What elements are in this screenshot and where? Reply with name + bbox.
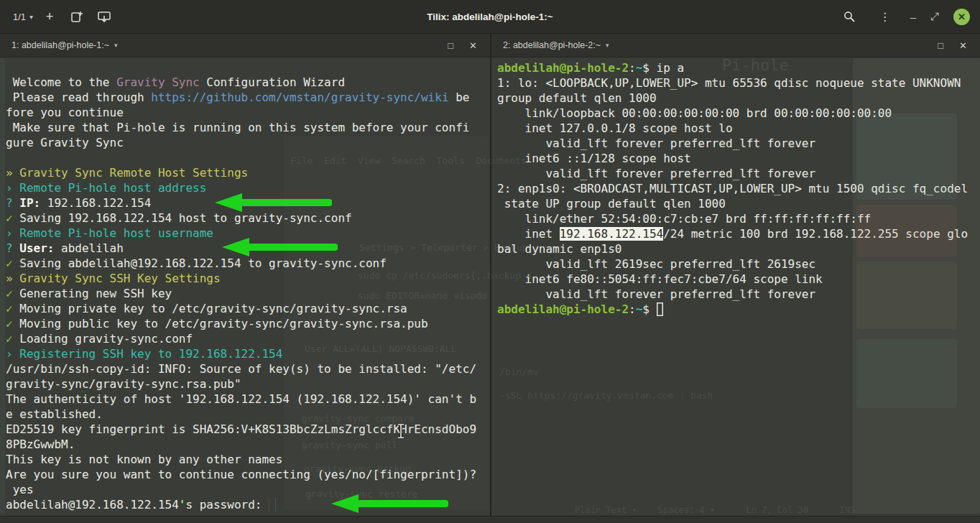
- terminal-text-segment: › Remote Pi-hole host username: [6, 226, 213, 240]
- terminal-line: The authenticity of host '192.168.122.15…: [6, 392, 490, 407]
- terminal-line: group default qlen 1000: [497, 91, 980, 106]
- terminal-line: abdelilah@pi-hole-2:~$: [497, 302, 980, 317]
- terminal-text-segment: fore you continue: [6, 106, 124, 119]
- pane-divider[interactable]: [490, 34, 491, 523]
- terminal-pane-2[interactable]: abdelilah@pi-hole-2:~$ ip a1: lo: <LOOPB…: [491, 58, 980, 523]
- pane1-title-dropdown[interactable]: 1: abdelilah@pi-hole-1:~ ▾: [0, 40, 118, 50]
- terminal-text-segment: Loading gravity-sync.conf: [19, 332, 193, 346]
- terminal-line: abdelilah@192.168.122.154's password: █: [6, 497, 490, 512]
- pane2-title-dropdown[interactable]: 2: abdelilah@pi-hole-2:~ ▾: [491, 40, 609, 50]
- pane2-close-button[interactable]: ✕: [959, 40, 967, 51]
- terminal-text-segment: ~: [636, 302, 643, 316]
- terminal-pane-1[interactable]: Welcome to the Gravity Sync Configuratio…: [0, 58, 490, 523]
- terminal-text-segment: group default qlen 1000: [497, 91, 657, 105]
- terminal-text-segment: Make sure that Pi-hole is running on thi…: [6, 121, 469, 134]
- minimize-button[interactable]: –: [910, 11, 916, 23]
- terminal-text-segment: Gravity Sync: [116, 75, 200, 89]
- terminal-line: bal dynamic enp1s0: [497, 241, 980, 256]
- terminal-text-segment: ED25519 key fingerprint is SHA256:V+K8S1…: [6, 422, 476, 436]
- terminal-text-segment: Generating new SSH key: [19, 287, 172, 300]
- restore-button[interactable]: ⤢: [930, 10, 939, 23]
- terminal-text-segment: Moving private key to /etc/gravity-sync/…: [19, 302, 407, 315]
- terminal-line: link/loopback 00:00:00:00:00:00 brd 00:0…: [497, 106, 980, 121]
- terminal-text-segment: Saving abdelilah@192.168.122.154 to grav…: [19, 256, 387, 270]
- terminal-text-segment: yes: [6, 483, 34, 496]
- terminal-line: » Gravity Sync Remote Host Settings: [6, 165, 490, 180]
- terminal-line: e established.: [6, 407, 490, 422]
- pane2-maximize-button[interactable]: □: [938, 40, 943, 51]
- terminal-line: › Remote Pi-hole host username: [6, 226, 490, 241]
- terminal-text-segment: bal dynamic enp1s0: [497, 242, 621, 256]
- terminal-text-segment: The authenticity of host '192.168.122.15…: [6, 392, 476, 406]
- terminal-line: inet 192.168.122.154/24 metric 100 brd 1…: [497, 226, 980, 241]
- terminal-text-segment: link/loopback 00:00:00:00:00:00 brd 00:0…: [497, 106, 892, 120]
- terminal-text-segment: :: [629, 302, 636, 316]
- pane1-close-button[interactable]: ✕: [469, 40, 477, 51]
- terminal-line: inet 127.0.0.1/8 scope host lo: [497, 121, 980, 136]
- split-terminal-right-button[interactable]: [66, 6, 88, 27]
- terminal-text-segment: https://github.com/vmstan/gravity-sync/w…: [151, 91, 448, 104]
- terminal-line: valid_lft forever preferred_lft forever: [497, 136, 980, 151]
- terminal-line: gure Gravity Sync: [6, 135, 490, 150]
- titlebar-left-controls: 1/1 ▾ +: [0, 6, 244, 27]
- terminal-text-segment: ?: [6, 196, 19, 210]
- window-title: Tilix: abdelilah@pi-hole-1:~: [244, 11, 736, 22]
- terminal-text-segment: ✓: [6, 317, 19, 330]
- terminal-cursor-hollow: [657, 302, 664, 316]
- terminal-text-segment: $ ip a: [642, 61, 684, 75]
- terminal-line: inet6 ::1/128 scope host: [497, 151, 980, 166]
- terminal-text-segment: Welcome to the: [6, 75, 116, 89]
- terminal-line: 2: enp1s0: <BROADCAST,MULTICAST,UP,LOWER…: [497, 181, 980, 196]
- selected-text: 192.168.122.154: [560, 227, 664, 241]
- mouse-ibeam-cursor: [397, 424, 405, 438]
- terminal-text-segment: » Gravity Sync Remote Host Settings: [6, 166, 248, 180]
- terminal-text-segment: inet 127.0.0.1/8 scope host lo: [497, 121, 733, 135]
- terminal-line: abdelilah@pi-hole-2:~$ ip a: [497, 60, 980, 75]
- terminal-text-segment: ~: [636, 61, 643, 75]
- terminal-line: ✓ Generating new SSH key: [6, 286, 490, 301]
- terminal-text-segment: This key is not known by any other names: [6, 453, 282, 466]
- terminal-text-segment: gure Gravity Sync: [6, 136, 124, 149]
- terminal-line: [6, 150, 490, 165]
- terminal-text-segment: ✓: [6, 287, 19, 300]
- terminal-text-segment: ✓: [6, 332, 19, 346]
- window-titlebar: 1/1 ▾ + Tilix: abdelilah@pi-hole-1:~: [0, 0, 980, 34]
- terminal-cursor-block: █: [269, 498, 276, 512]
- terminal-line: valid_lft forever preferred_lft forever: [497, 166, 980, 181]
- terminal-line: ✓ Moving private key to /etc/gravity-syn…: [6, 301, 490, 316]
- terminal-line: ✓ Loading gravity-sync.conf: [6, 331, 490, 346]
- terminal-line: ? User: abdelilah: [6, 241, 490, 256]
- session-selector[interactable]: 1/1 ▾: [13, 11, 33, 22]
- terminal-line: Welcome to the Gravity Sync Configuratio…: [6, 75, 490, 90]
- terminal-text-segment: be: [449, 91, 470, 104]
- terminal-line: ? IP: 192.168.122.154: [6, 195, 490, 210]
- terminal-text-segment: link/ether 52:54:00:c7:cb:e7 brd ff:ff:f…: [497, 212, 871, 226]
- terminal-text-segment: valid_lft forever preferred_lft forever: [497, 136, 815, 150]
- terminal-text-segment: ✓: [6, 211, 19, 225]
- session-indicator: 1/1: [13, 11, 26, 22]
- menu-kebab-icon[interactable]: ⋮: [874, 6, 896, 27]
- pane2-title: 2: abdelilah@pi-hole-2:~: [503, 40, 601, 50]
- terminal-line: inet6 fe80::5054:ff:fec7:cbe7/64 scope l…: [497, 272, 980, 287]
- terminal-text-segment: abdelilah: [54, 241, 123, 255]
- close-window-button[interactable]: ✕: [953, 9, 970, 25]
- terminal-text-segment: Configuration Wizard: [200, 75, 345, 89]
- terminal-text-segment: ?: [6, 241, 19, 255]
- pane1-title: 1: abdelilah@pi-hole-1:~: [11, 40, 109, 50]
- terminal-line: ✓ Moving public key to /etc/gravity-sync…: [6, 316, 490, 331]
- terminal-line: Make sure that Pi-hole is running on thi…: [6, 120, 490, 135]
- new-session-button[interactable]: +: [39, 6, 60, 27]
- split-terminal-down-button[interactable]: [93, 6, 115, 27]
- terminal-text-segment: gravity-sync/gravity-sync.rsa.pub": [6, 377, 241, 391]
- terminal-text-segment: › Remote Pi-hole host address: [6, 181, 206, 195]
- search-icon[interactable]: [838, 6, 860, 27]
- tilix-window: 1/1 ▾ + Tilix: abdelilah@pi-hole-1:~: [0, 0, 980, 523]
- terminal-line: valid_lft 2619sec preferred_lft 2619sec: [497, 256, 980, 272]
- terminal-text-segment: /usr/bin/ssh-copy-id: INFO: Source of ke…: [6, 362, 476, 376]
- pane1-maximize-button[interactable]: □: [448, 40, 453, 51]
- terminal-text-segment: ✓: [6, 302, 19, 315]
- terminal-line: ✓ Saving 192.168.122.154 host to gravity…: [6, 210, 490, 226]
- terminal-text-segment: » Gravity Sync SSH Key Settings: [6, 272, 221, 285]
- terminal-text-segment: :: [629, 61, 636, 75]
- terminal-line: fore you continue: [6, 105, 490, 120]
